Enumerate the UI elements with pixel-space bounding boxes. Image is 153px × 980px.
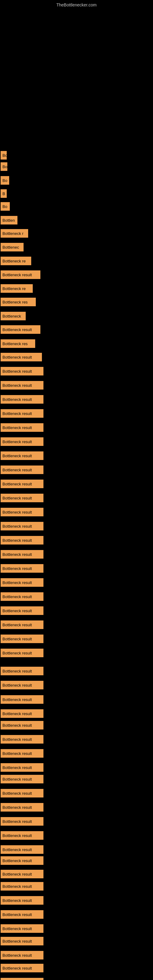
site-title: TheBottlenecker.com [56, 2, 97, 7]
bottleneck-result-item[interactable]: Bottleneck res [1, 339, 35, 348]
bottleneck-result-item[interactable]: Bottleneck re [1, 257, 31, 265]
bottleneck-result-item[interactable]: Bottleneck result [1, 775, 43, 783]
bottleneck-result-item[interactable]: Bottleneck result [1, 649, 43, 657]
bottleneck-result-item[interactable]: Bottleneck result [1, 681, 43, 689]
bottleneck-result-item[interactable]: Bottleneck [1, 312, 26, 320]
bottleneck-result-item[interactable]: Bottleneck res [1, 298, 36, 306]
bottleneck-result-item[interactable]: Bottleneck result [1, 856, 43, 865]
bottleneck-result-item[interactable]: Bottleneck result [1, 270, 40, 279]
bottleneck-result-item[interactable]: Bottleneck result [1, 910, 43, 919]
bottleneck-result-item[interactable]: Bottleneck result [1, 620, 43, 629]
bottleneck-result-item[interactable]: Bottleneck re [1, 284, 33, 293]
bottleneck-result-item[interactable]: Bottleneck result [1, 695, 43, 704]
bottleneck-result-item[interactable]: Bottleneck result [1, 951, 43, 959]
bottleneck-result-item[interactable]: Bottleneck result [1, 494, 43, 502]
bottleneck-result-item[interactable]: Bottleneck result [1, 831, 43, 840]
bottleneck-result-item[interactable]: Bottleneck result [1, 896, 43, 905]
bottleneck-result-item[interactable]: Bottleneck result [1, 564, 43, 573]
bottleneck-result-item[interactable]: Bottleneck result [1, 882, 43, 891]
bottleneck-result-item[interactable]: Bottleneck result [1, 409, 43, 418]
bottleneck-result-item[interactable]: Bottleneck result [1, 325, 40, 334]
bottleneck-result-item[interactable]: Bottleneck result [1, 749, 43, 758]
bottleneck-result-item[interactable]: Bottleneck result [1, 381, 43, 390]
bottleneck-result-item[interactable]: Bottleneck result [1, 151, 7, 159]
bottleneck-result-item[interactable]: Bottleneck result [1, 480, 43, 488]
bottleneck-result-item[interactable]: Bottleneck result [1, 763, 43, 772]
bottleneck-result-item[interactable]: Bottleneck result [1, 606, 43, 615]
bottleneck-result-item[interactable]: Bottleneck result [1, 452, 43, 460]
bottleneck-result-item[interactable]: Bottleneck result [1, 162, 7, 171]
bottleneck-result-item[interactable]: Bottleneck result [1, 870, 43, 878]
bottleneck-result-item[interactable]: Bottleneck result [1, 964, 43, 972]
bottleneck-result-item[interactable]: Bottlen [1, 216, 18, 224]
bottleneck-result-item[interactable]: Bottleneck r [1, 229, 28, 238]
bottleneck-result-item[interactable]: Bottleneck result [1, 438, 43, 446]
bottleneck-result-item[interactable]: Bottleneck result [1, 508, 43, 516]
bottleneck-result-item[interactable]: Bottlenec [1, 243, 24, 251]
bottleneck-result-item[interactable]: Bottleneck result [1, 803, 43, 811]
bottleneck-result-item[interactable]: Bo [1, 202, 10, 211]
bottleneck-result-item[interactable]: Bottleneck result [1, 395, 43, 404]
bottleneck-result-item[interactable]: Bottleneck result [1, 550, 43, 558]
bottleneck-result-item[interactable]: Bottleneck result [1, 735, 43, 744]
bottleneck-result-item[interactable]: Bottleneck result [1, 817, 43, 826]
bottleneck-result-item[interactable]: Bottleneck result [1, 937, 43, 945]
bottleneck-result-item[interactable]: Bottleneck result [1, 578, 43, 587]
bottleneck-result-item[interactable]: Bottleneck result [1, 536, 43, 544]
bottleneck-result-item[interactable]: Bo [1, 176, 9, 185]
bottleneck-result-item[interactable]: Bottleneck result [1, 635, 43, 643]
bottleneck-result-item[interactable]: Bottleneck result [1, 789, 43, 797]
bottleneck-result-item[interactable]: Bottleneck result [1, 924, 43, 933]
bottleneck-result-item[interactable]: Bottleneck result [1, 978, 43, 980]
bottleneck-result-item[interactable]: B [1, 189, 7, 198]
bottleneck-result-item[interactable]: Bottleneck result [1, 353, 42, 361]
bottleneck-result-item[interactable]: Bottleneck result [1, 592, 43, 601]
bottleneck-result-item[interactable]: Bottleneck result [1, 845, 43, 854]
bottleneck-result-item[interactable]: Bottleneck result [1, 721, 43, 730]
bottleneck-result-item[interactable]: Bottleneck result [1, 667, 43, 675]
bottleneck-result-item[interactable]: Bottleneck result [1, 466, 43, 474]
bottleneck-result-item[interactable]: Bottleneck result [1, 423, 43, 432]
bottleneck-result-item[interactable]: Bottleneck result [1, 367, 43, 375]
bottleneck-result-item[interactable]: Bottleneck result [1, 522, 43, 530]
bottleneck-result-item[interactable]: Bottleneck result [1, 709, 43, 718]
